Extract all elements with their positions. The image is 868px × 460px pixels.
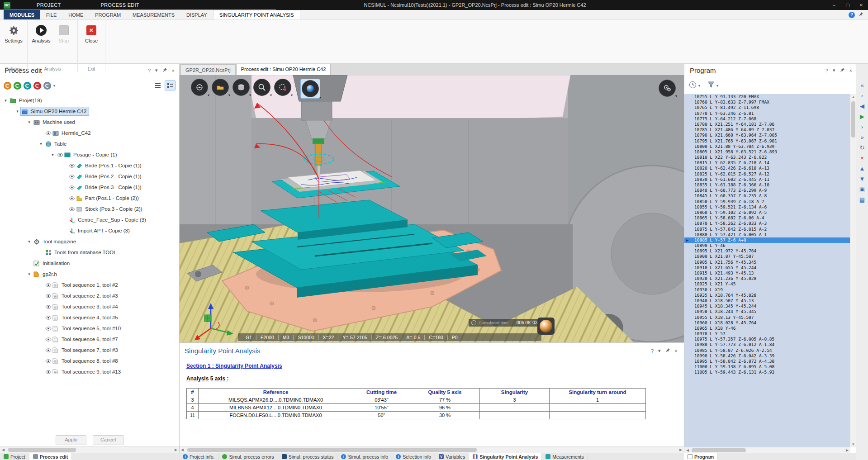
- tree-item-centre-face-sup-copie-3[interactable]: Centre_Face_Sup - Copie (3): [0, 214, 179, 225]
- program-line[interactable]: 10975 L Y-57.357 Z-6.005 A-0.85: [684, 337, 850, 342]
- detail-view-button[interactable]: [165, 81, 175, 90]
- viewport-settings-button[interactable]: ▾: [659, 80, 676, 97]
- list-view-button[interactable]: [152, 81, 163, 90]
- program-line[interactable]: 10775 L Y-64.212 Z-7.068: [684, 116, 850, 122]
- apply-button[interactable]: Apply: [56, 435, 86, 445]
- expander-icon[interactable]: ▾: [26, 120, 32, 124]
- program-line[interactable]: 10985 L Y-58.07 Z-6.026 A-2.54: [684, 348, 850, 353]
- doc-tab-process-edit-simu-op20-hermle-c42[interactable]: Process edit : Simu OP20 Hermle C42: [236, 63, 331, 76]
- tree-item-table[interactable]: ▾Table: [0, 138, 179, 149]
- panel-help-icon[interactable]: ?: [825, 68, 828, 73]
- program-line[interactable]: 10945 L X18.345 Y-45.244: [684, 304, 850, 309]
- replay-icon[interactable]: ↻: [860, 145, 865, 151]
- nc-code-green-icon[interactable]: [14, 82, 21, 90]
- close-icon[interactable]: ×: [849, 68, 852, 73]
- scroll-thumb[interactable]: [692, 448, 746, 452]
- program-line[interactable]: 10900 L X21.87 Y-45.507: [684, 254, 850, 259]
- program-line[interactable]: 10800 L X21.88 Y-63.704 Z-6.939: [684, 144, 850, 149]
- tree-item-tool-sequence-5-tool-10[interactable]: Tool sequence 5, tool #10: [0, 323, 179, 334]
- program-line[interactable]: 10860 L Y-59.102 Z-6.092 A-5: [684, 210, 850, 215]
- close-icon[interactable]: ×: [172, 68, 175, 73]
- visibility-eye-icon[interactable]: [45, 337, 52, 341]
- visibility-eye-icon[interactable]: [45, 327, 52, 331]
- stock-database-button[interactable]: ▾: [232, 79, 250, 96]
- program-line[interactable]: 10965 L X18 Y-46: [684, 326, 850, 331]
- scroll-thumb[interactable]: [187, 448, 477, 452]
- expander-icon[interactable]: ▾: [50, 152, 56, 157]
- tree-item-posage-copie-1[interactable]: ▾Posage - Copie (1): [0, 149, 179, 160]
- tree-item-simu-op20-hermle-c42[interactable]: ▾Simu OP20 Hermle C42: [0, 106, 179, 117]
- visibility-eye-icon[interactable]: [45, 348, 52, 352]
- section-link[interactable]: Section 1 : Singularity Point Analysis: [186, 363, 282, 369]
- process-panel-hscrollbar[interactable]: ◀ ▶: [0, 446, 179, 453]
- program-line[interactable]: 11000 L Y-59.138 Z-6.095 A-5.08: [684, 364, 850, 370]
- analysis-button[interactable]: Analysis: [31, 21, 51, 65]
- status-tab-process-edit[interactable]: Process edit: [29, 453, 72, 460]
- tree-item-tool-sequence-8-tool-8[interactable]: Tool sequence 8, tool #8: [0, 356, 179, 366]
- tree-item-machine-used[interactable]: ▾Machine used: [0, 117, 179, 128]
- visibility-eye-icon[interactable]: [69, 175, 76, 179]
- program-line[interactable]: 10925 L X21 Y-45: [684, 281, 850, 287]
- chevron-down-icon[interactable]: ▾: [716, 84, 718, 88]
- program-line[interactable]: 10920 L X21.236 Y-45.028: [684, 276, 850, 281]
- visibility-eye-icon[interactable]: [69, 164, 76, 168]
- program-line[interactable]: 10970 L Y-57: [684, 331, 850, 337]
- expand-down-icon[interactable]: ▼: [859, 176, 865, 182]
- chevron-down-icon[interactable]: ▾: [675, 94, 677, 98]
- chevron-down-icon[interactable]: ▾: [249, 93, 251, 97]
- nc-code-red-icon[interactable]: [33, 82, 41, 90]
- program-line[interactable]: 10790 L X21.668 Y-63.964 Z-7.005: [684, 133, 850, 138]
- scroll-left-icon[interactable]: ◀: [179, 447, 185, 453]
- program-line[interactable]: 10785 L X21.486 Y-64.09 Z-7.037: [684, 127, 850, 133]
- program-line[interactable]: 10880 L Y-57.421 Z-6.005 A-1: [684, 232, 850, 237]
- program-line[interactable]: 10770 L Y-63.246 Z-6.81: [684, 111, 850, 116]
- tree-item-hermle-c42[interactable]: Hermle_C42: [0, 128, 179, 138]
- program-line[interactable]: 10835 L Y-61.188 Z-6.366 A-10: [684, 182, 850, 188]
- program-line[interactable]: 10930 L X19: [684, 287, 850, 293]
- nc-code-teal-icon[interactable]: [24, 82, 31, 90]
- collapse-up-icon[interactable]: ▲: [859, 166, 865, 172]
- scroll-right-icon[interactable]: ▶: [173, 447, 179, 453]
- nc-code-orange-icon[interactable]: [4, 82, 11, 90]
- program-line[interactable]: 10830 L Y-61.602 Z-6.445 A-11: [684, 177, 850, 182]
- table-row[interactable]: 4MILBNSS.APMX12....0.TDMIN0.TDMAX010'55"…: [187, 404, 646, 412]
- tree-item-tool-magazine[interactable]: ▾Tool magazine: [0, 236, 179, 247]
- visibility-eye-icon[interactable]: [45, 294, 52, 298]
- program-line[interactable]: 10815 L Y-62.835 Z-6.718 A-14: [684, 160, 850, 166]
- filter-icon[interactable]: [707, 81, 715, 90]
- program-line[interactable]: 10870 L Y-58.262 Z-6.033 A-3: [684, 221, 850, 226]
- close-window-icon[interactable]: ✕: [854, 0, 868, 10]
- program-line[interactable]: 10760 L Y-83.633 Z-7.997 FMAX: [684, 100, 850, 105]
- tree-item-tool-sequence-6-tool-7[interactable]: Tool sequence 6, tool #7: [0, 334, 179, 345]
- visibility-eye-icon[interactable]: [45, 305, 52, 309]
- program-line[interactable]: 10850 L Y-59.939 Z-6.18 A-7: [684, 199, 850, 204]
- scroll-left-icon[interactable]: ◀: [0, 447, 6, 453]
- cancel-button[interactable]: Cancel: [93, 435, 123, 445]
- program-line[interactable]: 10865 L Y-58.682 Z-6.06 A-4: [684, 215, 850, 221]
- chevron-down-icon[interactable]: ▾: [53, 84, 55, 88]
- maximize-window-icon[interactable]: ▢: [841, 0, 854, 10]
- open-folder-button[interactable]: ▾: [212, 79, 229, 96]
- panel-help-icon[interactable]: ?: [148, 68, 151, 73]
- program-line[interactable]: 10810 L X22 Y-63.243 Z-6.822: [684, 155, 850, 160]
- status-tab-variables[interactable]: VVariables: [435, 453, 469, 460]
- visibility-eye-icon[interactable]: [69, 196, 76, 200]
- tree-item-stock-pos-3-copie-2[interactable]: Stock (Pos.3 - Copie (2)): [0, 204, 179, 214]
- tree-item-initialisation[interactable]: Initialisation: [0, 258, 179, 269]
- chevron-down-icon[interactable]: ▾: [658, 348, 661, 354]
- program-line[interactable]: 10820 L Y-62.426 Z-6.618 A-13: [684, 166, 850, 171]
- program-line[interactable]: 10825 L Y-62.015 Z-6.527 A-12: [684, 171, 850, 177]
- expander-icon[interactable]: ▾: [14, 109, 20, 114]
- scroll-thumb[interactable]: [851, 101, 855, 138]
- chevron-down-icon[interactable]: ▾: [698, 84, 700, 88]
- tree-item-tool-sequence-9-tool-13[interactable]: Tool sequence 9, tool #13: [0, 366, 179, 374]
- tree-item-bride-pos-2-copie-1[interactable]: Bride (Pos.2 - Copie (1)): [0, 171, 179, 182]
- program-line[interactable]: 10905 L X21.756 Y-45.345: [684, 260, 850, 265]
- ribbon-tab-file[interactable]: FILE: [40, 10, 62, 19]
- visibility-eye-icon[interactable]: [69, 185, 76, 190]
- go-first-icon[interactable]: «: [860, 82, 863, 89]
- program-line[interactable]: 10955 L X18.13 Y-45.507: [684, 315, 850, 320]
- tree-item-tool-sequence-7-tool-3[interactable]: Tool sequence 7, tool #3: [0, 345, 179, 356]
- current-program-line[interactable]: 10885 L Y-57 Z-6 A+0▶: [684, 237, 850, 243]
- program-line[interactable]: 10935 L X18.764 Y-45.028: [684, 293, 850, 298]
